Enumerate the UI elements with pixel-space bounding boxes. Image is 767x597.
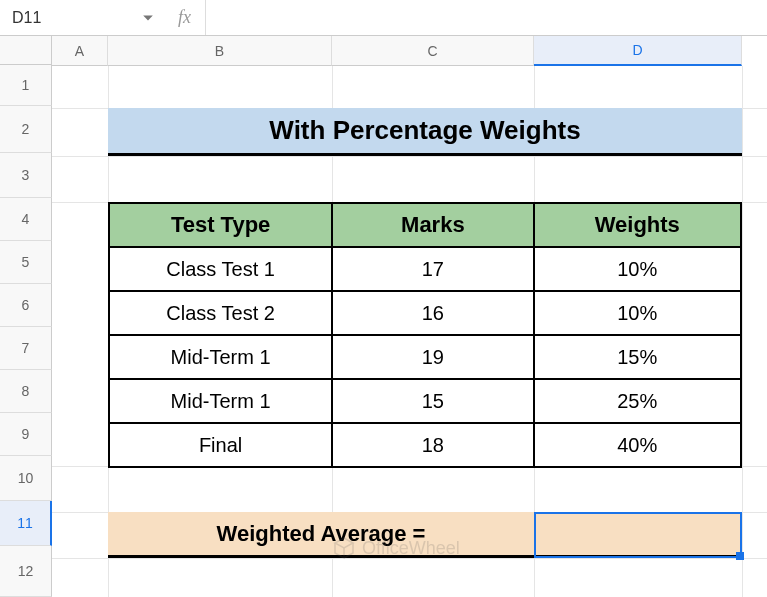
- table-row: Mid-Term 1 19 15%: [109, 335, 741, 379]
- row-header-11[interactable]: 11: [0, 501, 52, 546]
- cell-weights[interactable]: 15%: [534, 335, 741, 379]
- cell-marks[interactable]: 18: [332, 423, 533, 467]
- column-headers: A B C D: [52, 36, 767, 66]
- row-header-7[interactable]: 7: [0, 327, 52, 370]
- watermark: OfficeWheel: [332, 536, 460, 560]
- watermark-text: OfficeWheel: [362, 538, 460, 559]
- row-header-12[interactable]: 12: [0, 546, 52, 597]
- row-header-1[interactable]: 1: [0, 65, 52, 106]
- row-header-2[interactable]: 2: [0, 106, 52, 153]
- cell-weights[interactable]: 10%: [534, 247, 741, 291]
- table-row: Mid-Term 1 15 25%: [109, 379, 741, 423]
- row-header-4[interactable]: 4: [0, 198, 52, 241]
- spreadsheet-grid: 1 2 3 4 5 6 7 8 9 10 11 12 A B C D: [0, 36, 767, 597]
- weighted-average-value[interactable]: [534, 512, 742, 558]
- row-header-3[interactable]: 3: [0, 153, 52, 198]
- col-header-d[interactable]: D: [534, 36, 742, 66]
- col-header-b[interactable]: B: [108, 36, 332, 66]
- table-header-row: Test Type Marks Weights: [109, 203, 741, 247]
- fx-label: fx: [164, 7, 205, 28]
- row-header-5[interactable]: 5: [0, 241, 52, 284]
- name-box[interactable]: D11: [0, 0, 142, 35]
- row-header-8[interactable]: 8: [0, 370, 52, 413]
- cell-weights[interactable]: 40%: [534, 423, 741, 467]
- weighted-average-label[interactable]: Weighted Average =: [108, 512, 534, 558]
- header-test-type[interactable]: Test Type: [109, 203, 332, 247]
- select-all-corner[interactable]: [0, 36, 52, 65]
- table-row: Class Test 1 17 10%: [109, 247, 741, 291]
- cell-marks[interactable]: 16: [332, 291, 533, 335]
- row-header-10[interactable]: 10: [0, 456, 52, 501]
- table-row: Final 18 40%: [109, 423, 741, 467]
- row-header-9[interactable]: 9: [0, 413, 52, 456]
- cell-marks[interactable]: 15: [332, 379, 533, 423]
- cube-icon: [332, 536, 356, 560]
- title-cell[interactable]: With Percentage Weights: [108, 108, 742, 156]
- cell-weights[interactable]: 10%: [534, 291, 741, 335]
- cell-test-type[interactable]: Class Test 1: [109, 247, 332, 291]
- col-header-c[interactable]: C: [332, 36, 534, 66]
- data-table: Test Type Marks Weights Class Test 1 17 …: [108, 202, 742, 468]
- row-header-6[interactable]: 6: [0, 284, 52, 327]
- cell-test-type[interactable]: Class Test 2: [109, 291, 332, 335]
- name-box-dropdown[interactable]: [142, 0, 164, 35]
- cell-marks[interactable]: 17: [332, 247, 533, 291]
- cell-test-type[interactable]: Final: [109, 423, 332, 467]
- cell-test-type[interactable]: Mid-Term 1: [109, 379, 332, 423]
- col-header-a[interactable]: A: [52, 36, 108, 66]
- header-weights[interactable]: Weights: [534, 203, 741, 247]
- formula-bar: D11 fx: [0, 0, 767, 36]
- formula-input[interactable]: [205, 0, 767, 35]
- cell-weights[interactable]: 25%: [534, 379, 741, 423]
- header-marks[interactable]: Marks: [332, 203, 533, 247]
- cell-test-type[interactable]: Mid-Term 1: [109, 335, 332, 379]
- cell-marks[interactable]: 19: [332, 335, 533, 379]
- chevron-down-icon: [142, 12, 154, 24]
- cell-grid[interactable]: With Percentage Weights Test Type Marks …: [52, 66, 767, 597]
- table-row: Class Test 2 16 10%: [109, 291, 741, 335]
